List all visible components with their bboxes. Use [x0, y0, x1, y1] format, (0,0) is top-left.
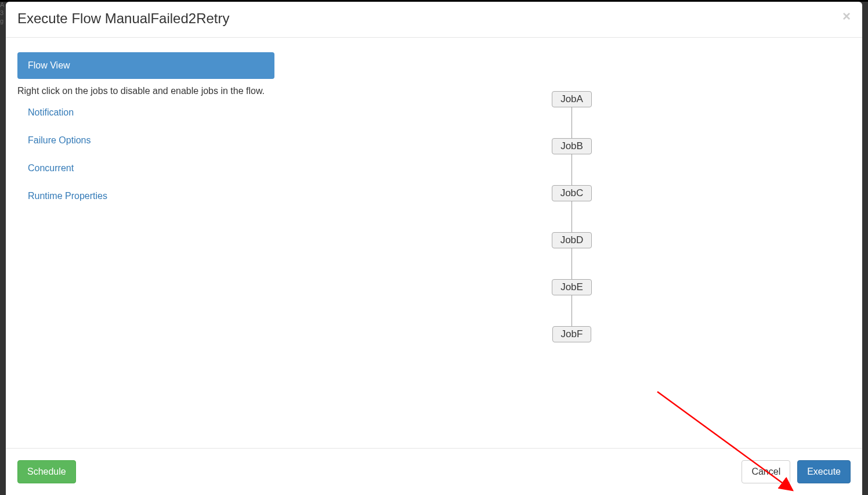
job-node-f[interactable]: JobF: [552, 326, 592, 342]
flow-view-tab[interactable]: Flow View: [17, 52, 274, 79]
flow-graph-pane: JobA JobB JobC JobD JobE JobF: [281, 38, 862, 448]
tab-failure-options[interactable]: Failure Options: [28, 135, 270, 146]
left-pane: Flow View Right click on the jobs to dis…: [6, 38, 281, 448]
edge: [572, 248, 572, 279]
edge: [572, 201, 572, 232]
modal-header: Execute Flow ManualFailed2Retry ×: [6, 2, 862, 38]
option-list: Notification Failure Options Concurrent …: [17, 107, 270, 201]
job-node-b[interactable]: JobB: [552, 138, 592, 154]
modal-body: Flow View Right click on the jobs to dis…: [6, 38, 862, 448]
tab-notification[interactable]: Notification: [28, 107, 270, 118]
tab-concurrent[interactable]: Concurrent: [28, 163, 270, 174]
cancel-button[interactable]: Cancel: [742, 460, 790, 483]
flow-view-hint: Right click on the jobs to disable and e…: [17, 84, 270, 98]
background-fragments: A3g: [0, 0, 4, 26]
modal-title: Execute Flow ManualFailed2Retry: [17, 10, 230, 27]
edge: [572, 295, 572, 326]
job-node-c[interactable]: JobC: [552, 185, 592, 201]
edge: [572, 154, 572, 185]
tab-runtime-properties[interactable]: Runtime Properties: [28, 191, 270, 201]
job-node-a[interactable]: JobA: [552, 91, 592, 107]
flow-graph: JobA JobB JobC JobD JobE JobF: [549, 91, 595, 342]
edge: [572, 107, 572, 138]
close-icon[interactable]: ×: [842, 9, 851, 23]
schedule-button[interactable]: Schedule: [17, 460, 76, 483]
job-node-e[interactable]: JobE: [552, 279, 592, 295]
execute-button[interactable]: Execute: [797, 460, 851, 483]
modal-footer: Schedule Cancel Execute: [6, 448, 862, 495]
execute-flow-modal: Execute Flow ManualFailed2Retry × Flow V…: [6, 2, 862, 495]
job-node-d[interactable]: JobD: [552, 232, 592, 248]
